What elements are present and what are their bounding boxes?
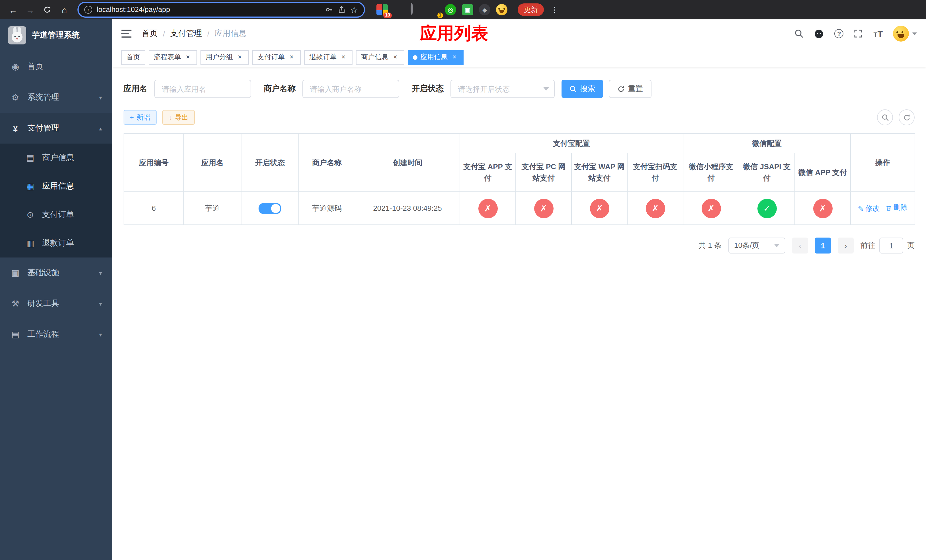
bookmark-star-icon[interactable]: ☆ — [350, 4, 358, 15]
refresh-icon[interactable] — [899, 109, 915, 125]
browser-update-button[interactable]: 更新 — [517, 3, 544, 16]
page-size-select[interactable]: 10条/页 — [728, 238, 785, 254]
add-button[interactable]: + 新增 — [124, 110, 157, 125]
tab-user-group[interactable]: 用户分组 × — [200, 50, 249, 65]
extension-dark-circle-icon[interactable] — [411, 4, 422, 15]
cell-wechat-lite: ✗ — [683, 192, 739, 225]
extension-messenger-icon[interactable]: ▣ — [462, 4, 473, 15]
cell-merchant: 芋道源码 — [299, 192, 355, 225]
reset-button-label: 重置 — [628, 84, 643, 94]
extension-badge: 10 — [383, 12, 392, 18]
export-button[interactable]: ↓ 导出 — [162, 110, 195, 125]
logo[interactable]: 芋道管理系统 — [0, 20, 112, 51]
tab-merchant-info[interactable]: 商户信息 × — [356, 50, 404, 65]
col-merchant: 商户名称 — [299, 133, 355, 192]
sidebar-item-devtools[interactable]: ⚒ 研发工具 ▾ — [0, 288, 112, 319]
sidebar-item-workflow[interactable]: ▤ 工作流程 ▾ — [0, 319, 112, 350]
breadcrumb-payment[interactable]: 支付管理 — [170, 29, 202, 39]
tab-label: 首页 — [126, 52, 140, 62]
breadcrumb-home[interactable]: 首页 — [142, 29, 158, 39]
close-icon[interactable]: × — [451, 53, 458, 61]
merchant-name-input[interactable] — [303, 80, 399, 98]
sidebar-item-payment[interactable]: ¥ 支付管理 ▴ — [0, 113, 112, 144]
browser-reload-button[interactable] — [40, 2, 54, 17]
app-name-input[interactable] — [154, 80, 251, 98]
sidebar-item-merchant-info[interactable]: ▤ 商户信息 — [0, 144, 112, 172]
extension-icons: 10 1 ◎ ▣ ◆ — [377, 4, 507, 15]
tab-app-info[interactable]: 应用信息 × — [408, 50, 464, 65]
order-icon: ⊙ — [25, 210, 35, 220]
cell-app-id: 6 — [124, 192, 184, 225]
chevron-down-icon — [543, 87, 549, 91]
cell-wechat-jsapi: ✓ — [739, 192, 795, 225]
edit-link[interactable]: ✎ 修改 — [858, 204, 880, 213]
address-bar[interactable]: i localhost:1024/pay/app ☆ — [77, 2, 365, 18]
goto-label: 前往 — [861, 241, 875, 251]
prev-page-button[interactable]: ‹ — [792, 238, 808, 254]
font-size-icon[interactable]: тT — [873, 29, 883, 38]
close-icon[interactable]: × — [236, 53, 244, 61]
col-status: 开启状态 — [241, 133, 299, 192]
extension-pin-icon[interactable]: ◆ — [479, 4, 490, 15]
extension-grid-icon[interactable]: 10 — [377, 4, 388, 15]
share-icon[interactable] — [337, 6, 345, 14]
col-app-id: 应用编号 — [124, 133, 184, 192]
cell-wechat-app: ✗ — [795, 192, 850, 225]
sidebar-item-payment-orders[interactable]: ⊙ 支付订单 — [0, 201, 112, 229]
browser-home-button[interactable]: ⌂ — [57, 2, 72, 17]
chevron-down-icon: ▾ — [99, 331, 102, 338]
sidebar-item-home[interactable]: ◉ 首页 — [0, 51, 112, 82]
sidebar-item-label: 应用信息 — [42, 181, 74, 191]
browser-forward-button[interactable]: → — [23, 2, 38, 17]
extension-avatar-icon[interactable]: 1 — [428, 4, 439, 15]
sidebar-item-app-info[interactable]: ▦ 应用信息 — [0, 172, 112, 201]
extension-drop-icon[interactable] — [393, 4, 405, 15]
site-info-icon[interactable]: i — [84, 6, 92, 14]
breadcrumb-current: 应用信息 — [215, 29, 247, 39]
close-icon[interactable]: × — [287, 53, 295, 61]
extension-emoji-icon[interactable] — [496, 4, 507, 15]
next-page-button[interactable]: › — [838, 238, 854, 254]
search-button[interactable]: 搜索 — [561, 80, 603, 98]
status-indicator-icon: ✗ — [646, 198, 665, 218]
card-icon: ▤ — [25, 153, 35, 163]
extension-wechat-devtools-icon[interactable]: ◎ — [445, 4, 456, 15]
goto-suffix: 页 — [907, 241, 915, 251]
browser-back-button[interactable]: ← — [6, 2, 21, 17]
page-number-button[interactable]: 1 — [815, 238, 831, 254]
status-select-input[interactable] — [451, 80, 555, 98]
sidebar-item-infrastructure[interactable]: ▣ 基础设施 ▾ — [0, 257, 112, 288]
user-menu[interactable] — [893, 26, 917, 42]
help-icon[interactable]: ? — [835, 29, 844, 38]
delete-link[interactable]: 删除 — [885, 203, 908, 213]
url-text[interactable]: localhost:1024/pay/app — [97, 6, 320, 14]
status-toggle[interactable] — [259, 203, 281, 214]
close-icon[interactable]: × — [339, 53, 347, 61]
top-navbar: 首页 / 支付管理 / 应用信息 应用列表 ? — [112, 20, 926, 48]
reset-button[interactable]: 重置 — [609, 80, 652, 98]
browser-menu-icon[interactable]: ⋮ — [551, 5, 559, 14]
col-created: 创建时间 — [355, 133, 460, 192]
search-icon[interactable] — [795, 29, 804, 38]
password-key-icon[interactable] — [325, 6, 333, 14]
sidebar-collapse-icon[interactable] — [121, 30, 132, 38]
tab-process-form[interactable]: 流程表单 × — [149, 50, 197, 65]
search-button-label: 搜索 — [580, 84, 595, 94]
col-wechat-jsapi: 微信 JSAPI 支付 — [739, 153, 795, 192]
tab-refund-orders[interactable]: 退款订单 × — [304, 50, 353, 65]
show-search-icon[interactable] — [877, 109, 893, 125]
fullscreen-icon[interactable] — [854, 29, 863, 38]
tab-home[interactable]: 首页 — [121, 50, 145, 65]
sidebar-item-label: 退款订单 — [42, 238, 74, 248]
status-select[interactable] — [451, 80, 555, 98]
github-icon[interactable] — [814, 29, 825, 39]
col-group-alipay: 支付宝配置 — [460, 133, 683, 153]
sidebar-item-system[interactable]: ⚙ 系统管理 ▾ — [0, 82, 112, 113]
sidebar-item-refund-orders[interactable]: ▥ 退款订单 — [0, 229, 112, 257]
tab-payment-orders[interactable]: 支付订单 × — [252, 50, 301, 65]
close-icon[interactable]: × — [391, 53, 399, 61]
table-toolbar: + 新增 ↓ 导出 — [124, 109, 915, 125]
close-icon[interactable]: × — [184, 53, 192, 61]
sidebar-item-label: 商户信息 — [42, 153, 74, 163]
goto-page-input[interactable] — [879, 238, 903, 254]
